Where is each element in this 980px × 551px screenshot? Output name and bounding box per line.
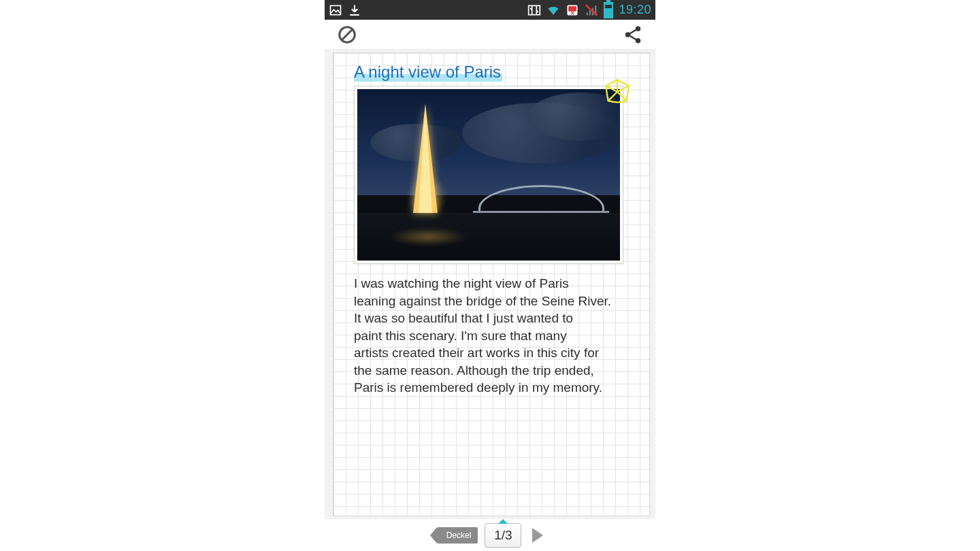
note-title[interactable]: A night view of Paris xyxy=(354,63,502,82)
svg-text:✕: ✕ xyxy=(570,10,575,16)
wifi-icon xyxy=(546,3,560,17)
note-photo[interactable] xyxy=(354,86,623,264)
svg-rect-2 xyxy=(529,5,540,14)
svg-line-15 xyxy=(630,29,636,33)
app-toolbar xyxy=(325,20,655,50)
data-off-icon: ✕ xyxy=(566,3,579,17)
notebook-page[interactable]: A night view of Paris xyxy=(333,52,650,516)
no-signal-icon xyxy=(585,3,598,17)
note-stage: A night view of Paris xyxy=(325,50,655,519)
svg-rect-6 xyxy=(587,12,589,15)
phone-frame: ✕ 19:20 xyxy=(325,0,655,551)
share-icon[interactable] xyxy=(623,24,643,45)
page-indicator[interactable]: 1/3 xyxy=(485,523,521,548)
download-icon xyxy=(348,3,361,17)
page-footer: Deckel 1/3 xyxy=(325,519,655,551)
svg-rect-1 xyxy=(350,14,359,15)
note-body[interactable]: I was watching the night view of Paris l… xyxy=(354,275,622,397)
sync-icon xyxy=(527,3,541,17)
svg-rect-7 xyxy=(589,10,591,16)
svg-line-11 xyxy=(342,29,353,39)
cover-button[interactable]: Deckel xyxy=(437,527,478,544)
prohibit-icon[interactable] xyxy=(337,24,357,45)
battery-icon xyxy=(604,2,613,18)
svg-rect-0 xyxy=(331,5,341,14)
status-clock: 19:20 xyxy=(619,3,651,17)
status-bar: ✕ 19:20 xyxy=(325,0,655,20)
svg-line-16 xyxy=(630,35,636,39)
photo-paris-night xyxy=(357,89,620,261)
next-page-button[interactable] xyxy=(532,528,543,543)
picture-icon xyxy=(329,3,342,17)
